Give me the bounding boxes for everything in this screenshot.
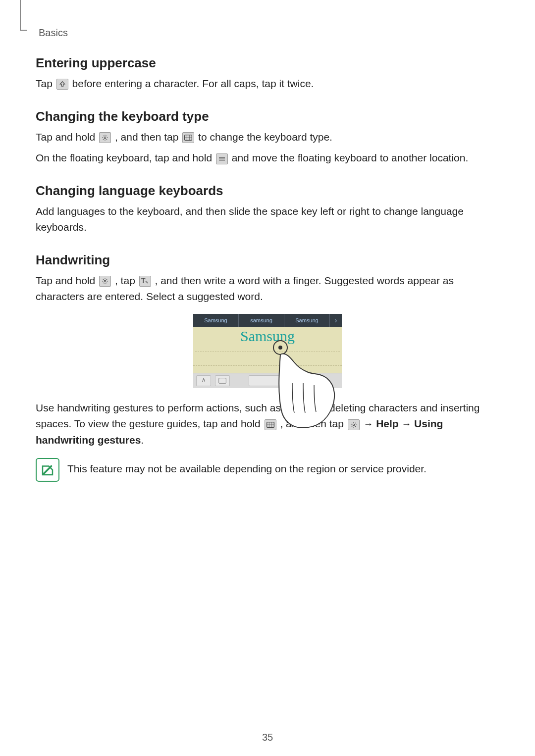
shift-icon xyxy=(56,79,68,90)
handwriting-text: Samsung xyxy=(193,327,342,345)
para-kbtype-2: On the floating keyboard, tap and hold a… xyxy=(36,150,499,166)
gear-icon xyxy=(99,132,111,143)
svg-point-16 xyxy=(353,424,355,426)
text: Tap xyxy=(36,78,55,89)
arrow-icon: → xyxy=(364,418,376,429)
text: Tap and hold xyxy=(36,131,98,143)
text: , and then tap xyxy=(115,131,181,143)
keyboard-illustration: Samsung samsung Samsung › Samsung A xyxy=(193,314,342,388)
gear-icon xyxy=(348,419,360,430)
text: to change the keyboard type. xyxy=(198,131,332,143)
spacebar xyxy=(249,375,284,386)
para-uppercase: Tap before entering a character. For all… xyxy=(36,76,499,92)
arrow-icon: → xyxy=(401,418,414,429)
para-lang: Add languages to the keyboard, and then … xyxy=(36,203,499,236)
text: Tap and hold xyxy=(36,275,98,286)
suggestion-item: samsung xyxy=(239,314,284,327)
gear-icon xyxy=(99,276,111,287)
suggestion-more-icon: › xyxy=(330,316,342,324)
handwriting-input-area: Samsung xyxy=(193,327,342,366)
suggestion-item: Samsung xyxy=(284,314,330,327)
letter-mode-button: A xyxy=(196,375,211,386)
menu-path-help: Help xyxy=(376,418,399,429)
page-number: 35 xyxy=(0,732,535,743)
handwriting-illustration: Samsung samsung Samsung › Samsung A xyxy=(36,314,499,388)
handwriting-mode-icon: T✎ xyxy=(139,276,151,287)
svg-rect-9 xyxy=(219,378,226,383)
para-kbtype-1: Tap and hold , and then tap to change th… xyxy=(36,129,499,146)
text: , and then tap xyxy=(280,418,346,429)
svg-point-0 xyxy=(104,137,106,139)
drag-handle-icon xyxy=(216,153,228,164)
heading-handwriting: Handwriting xyxy=(36,252,499,268)
heading-uppercase: Entering uppercase xyxy=(36,55,499,71)
header-ribbon xyxy=(20,0,27,31)
text: , tap xyxy=(115,275,138,286)
keyboard-type-icon xyxy=(265,419,276,430)
page: Basics Entering uppercase Tap before ent… xyxy=(0,0,535,756)
note-block: This feature may not be available depend… xyxy=(36,458,499,482)
heading-lang: Changing language keyboards xyxy=(36,183,499,199)
para-handwriting-2: Use handwriting gestures to perform acti… xyxy=(36,400,499,449)
suggestion-bar: Samsung samsung Samsung › xyxy=(193,314,342,327)
text: and move the floating keyboard to anothe… xyxy=(232,152,468,163)
keyboard-switch-button xyxy=(215,375,230,386)
text: On the floating keyboard, tap and hold xyxy=(36,152,215,163)
text: before entering a character. For all cap… xyxy=(72,78,314,89)
para-handwriting-1: Tap and hold , tap T✎ , and then write a… xyxy=(36,273,499,305)
heading-kbtype: Changing the keyboard type xyxy=(36,109,499,124)
handwriting-strip xyxy=(193,366,342,373)
keyboard-button-row: A xyxy=(193,373,342,388)
header-section-label: Basics xyxy=(39,27,499,39)
suggestion-item: Samsung xyxy=(193,314,239,327)
text: . xyxy=(141,434,144,446)
svg-point-8 xyxy=(104,280,106,282)
note-text: This feature may not be available depend… xyxy=(67,461,427,477)
note-icon xyxy=(36,458,59,482)
keyboard-type-icon xyxy=(182,132,194,143)
text: , and then write a word with a finger. S… xyxy=(36,275,454,302)
